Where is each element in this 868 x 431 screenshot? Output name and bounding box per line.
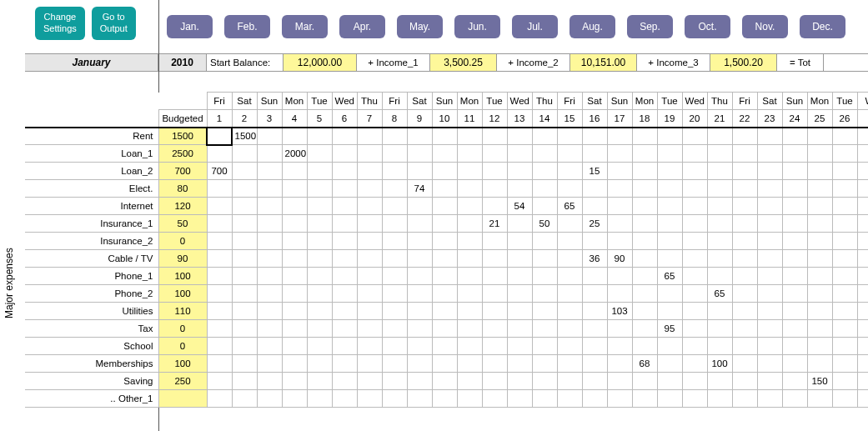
expense-cell[interactable] [832,128,857,145]
expense-cell[interactable] [732,390,757,408]
expense-cell[interactable] [332,233,357,250]
expense-cell[interactable] [682,390,707,408]
expense-cell[interactable]: 95 [657,320,682,338]
expense-cell[interactable] [532,303,557,320]
month-button-sep[interactable]: Sep. [627,15,673,38]
expense-cell[interactable] [357,338,382,355]
expense-cell[interactable] [282,268,307,285]
expense-cell[interactable] [382,163,407,180]
expense-cell[interactable] [357,320,382,338]
expense-cell[interactable] [407,163,432,180]
expense-cell[interactable] [232,268,257,285]
expense-cell[interactable] [257,128,282,145]
expense-cell[interactable] [382,373,407,390]
expense-cell[interactable] [457,145,482,163]
expense-cell[interactable] [532,180,557,198]
expense-cell[interactable] [457,285,482,303]
expense-cell[interactable] [407,338,432,355]
expense-cell[interactable] [257,355,282,373]
expense-cell[interactable] [407,373,432,390]
expense-cell[interactable] [457,233,482,250]
expense-cell[interactable] [307,303,332,320]
expense-cell[interactable]: 100 [707,355,732,373]
budget-cell[interactable]: 1500 [158,128,207,145]
expense-cell[interactable] [432,355,457,373]
expense-cell[interactable] [582,338,607,355]
expense-cell[interactable] [682,163,707,180]
expense-cell[interactable] [507,338,532,355]
month-button-oct[interactable]: Oct. [685,15,730,38]
expense-cell[interactable] [682,285,707,303]
expense-cell[interactable] [257,373,282,390]
expense-cell[interactable] [482,198,507,215]
expense-cell[interactable] [332,180,357,198]
expense-cell[interactable] [482,303,507,320]
expense-cell[interactable] [507,303,532,320]
expense-cell[interactable] [357,355,382,373]
expense-cell[interactable] [632,268,657,285]
expense-cell[interactable] [807,390,832,408]
expense-cell[interactable] [832,180,857,198]
expense-cell[interactable] [657,373,682,390]
expense-cell[interactable] [732,145,757,163]
expense-cell[interactable] [682,250,707,268]
expense-cell[interactable] [332,303,357,320]
expense-cell[interactable] [732,198,757,215]
expense-cell[interactable] [432,250,457,268]
expense-cell[interactable] [482,338,507,355]
expense-cell[interactable] [557,373,582,390]
expense-cell[interactable] [307,180,332,198]
expense-cell[interactable] [732,285,757,303]
expense-cell[interactable] [557,390,582,408]
expense-cell[interactable] [532,198,557,215]
expense-cell[interactable] [532,145,557,163]
expense-cell[interactable] [832,390,857,408]
expense-cell[interactable] [332,163,357,180]
expense-cell[interactable] [507,180,532,198]
expense-cell[interactable] [557,303,582,320]
expense-cell[interactable] [682,373,707,390]
expense-cell[interactable] [282,355,307,373]
expense-cell[interactable] [657,285,682,303]
expense-cell[interactable] [557,145,582,163]
expense-cell[interactable] [732,128,757,145]
expense-cell[interactable] [657,163,682,180]
expense-cell[interactable] [482,373,507,390]
expense-cell[interactable] [207,268,232,285]
expense-cell[interactable] [807,303,832,320]
expense-cell[interactable] [457,250,482,268]
expense-cell[interactable] [407,390,432,408]
expense-cell[interactable] [807,355,832,373]
expense-cell[interactable] [857,163,868,180]
expense-cell[interactable] [207,373,232,390]
expense-cell[interactable]: 65 [657,268,682,285]
expense-cell[interactable] [857,373,868,390]
expense-cell[interactable] [257,250,282,268]
expense-cell[interactable]: 50 [532,215,557,233]
expense-cell[interactable] [557,338,582,355]
expense-cell[interactable] [432,373,457,390]
expense-cell[interactable] [332,373,357,390]
expense-cell[interactable] [382,355,407,373]
expense-cell[interactable] [232,303,257,320]
expense-cell[interactable] [632,285,657,303]
expense-cell[interactable] [532,355,557,373]
expense-cell[interactable] [782,303,807,320]
expense-cell[interactable] [632,303,657,320]
expense-cell[interactable] [482,285,507,303]
expense-cell[interactable] [807,198,832,215]
month-button-dec[interactable]: Dec. [800,15,845,38]
expense-cell[interactable] [532,390,557,408]
budget-cell[interactable]: 110 [158,303,207,320]
expense-cell[interactable] [832,250,857,268]
expense-cell[interactable] [332,215,357,233]
expense-cell[interactable] [457,198,482,215]
income1-value[interactable]: 3,500.25 [430,54,497,71]
expense-cell[interactable] [807,163,832,180]
expense-cell[interactable] [757,303,782,320]
expense-cell[interactable] [232,145,257,163]
expense-cell[interactable] [782,373,807,390]
expense-cell[interactable] [657,233,682,250]
month-button-mar[interactable]: Mar. [282,15,328,38]
expense-cell[interactable] [532,128,557,145]
